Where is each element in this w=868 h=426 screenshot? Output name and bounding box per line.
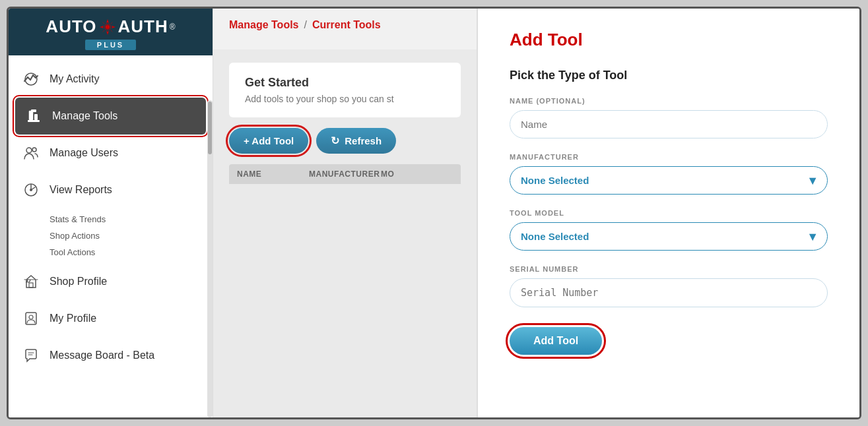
sidebar-item-my-activity-label: My Activity xyxy=(50,73,100,85)
get-started-box: Get Started Add tools to your shop so yo… xyxy=(229,63,461,117)
svg-point-7 xyxy=(26,148,32,153)
sidebar-item-message-board[interactable]: Message Board - Beta xyxy=(9,337,213,374)
logo-plus-badge: PLUS xyxy=(85,40,136,50)
manufacturer-field-group: MANUFACTURER None Selected ▼ xyxy=(510,153,828,195)
serial-field-group: SERIAL NUMBER xyxy=(510,265,828,307)
breadcrumb-manage-tools[interactable]: Manage Tools xyxy=(229,19,299,31)
tool-model-select[interactable]: None Selected xyxy=(510,222,828,251)
manufacturer-select[interactable]: None Selected xyxy=(510,166,828,195)
main-content-area: Manage Tools / Current Tools Get Started… xyxy=(213,9,477,417)
refresh-button[interactable]: ↻ Refresh xyxy=(316,128,396,154)
get-started-desc: Add tools to your shop so you can st xyxy=(245,94,445,104)
tools-actions: + Add Tool ↻ Refresh xyxy=(229,128,461,154)
manage-users-icon xyxy=(22,144,40,162)
add-tool-button[interactable]: + Add Tool xyxy=(229,128,308,154)
add-tool-submit-button[interactable]: Add Tool xyxy=(510,327,602,355)
name-field-group: NAME (OPTIONAL) xyxy=(510,97,828,138)
add-tool-panel-title: Add Tool xyxy=(510,30,828,50)
manage-tools-icon xyxy=(24,107,43,125)
col-header-name: NAME xyxy=(237,169,309,179)
subnav-tool-actions[interactable]: Tool Actions xyxy=(50,244,213,260)
sidebar-item-view-reports[interactable]: View Reports xyxy=(9,171,213,208)
sidebar-scrollbar[interactable] xyxy=(207,100,213,417)
logo-auth-text: AUTH xyxy=(118,16,168,37)
serial-input[interactable] xyxy=(510,278,828,307)
manufacturer-select-wrapper: None Selected ▼ xyxy=(510,166,828,195)
svg-rect-5 xyxy=(28,120,40,122)
subnav-stats-trends[interactable]: Stats & Trends xyxy=(50,211,213,228)
activity-icon xyxy=(22,70,40,88)
pick-type-label: Pick the Type of Tool xyxy=(510,69,828,82)
table-header: NAME MANUFACTURER MO xyxy=(229,164,461,184)
sidebar-item-view-reports-label: View Reports xyxy=(50,184,112,196)
breadcrumb-current-tools: Current Tools xyxy=(312,19,381,31)
main-body: Get Started Add tools to your shop so yo… xyxy=(213,49,477,417)
manufacturer-label: MANUFACTURER xyxy=(510,153,828,161)
sidebar-item-manage-users[interactable]: Manage Users xyxy=(9,135,213,171)
view-reports-icon xyxy=(22,181,40,199)
sidebar-item-my-activity[interactable]: My Activity xyxy=(9,61,213,98)
tool-model-label: TOOL MODEL xyxy=(510,209,828,217)
my-profile-icon xyxy=(22,309,40,328)
logo-auto-text: AUTO xyxy=(46,16,96,37)
refresh-label: Refresh xyxy=(345,135,382,146)
svg-point-8 xyxy=(32,148,36,152)
app-logo: AUTO AUTH ® PLUS xyxy=(9,9,213,55)
shop-profile-icon xyxy=(22,272,40,291)
sidebar-item-shop-profile-label: Shop Profile xyxy=(50,276,107,288)
gear-logo-icon xyxy=(98,18,117,36)
get-started-title: Get Started xyxy=(245,76,445,90)
col-header-model: MO xyxy=(381,169,453,179)
serial-label: SERIAL NUMBER xyxy=(510,265,828,273)
tool-model-field-group: TOOL MODEL None Selected ▼ xyxy=(510,209,828,251)
sidebar: AUTO AUTH ® PLUS xyxy=(9,9,213,417)
sidebar-item-manage-tools[interactable]: Manage Tools xyxy=(15,98,206,135)
sidebar-item-shop-profile[interactable]: Shop Profile xyxy=(9,263,213,300)
tool-model-select-wrapper: None Selected ▼ xyxy=(510,222,828,251)
message-board-icon xyxy=(22,346,40,365)
svg-point-1 xyxy=(105,24,110,30)
breadcrumb-separator: / xyxy=(304,19,307,31)
refresh-icon: ↻ xyxy=(331,135,339,147)
view-reports-subnav: Stats & Trends Shop Actions Tool Actions xyxy=(9,208,213,263)
svg-point-14 xyxy=(29,315,33,319)
sidebar-scrollbar-thumb xyxy=(208,102,212,154)
svg-rect-4 xyxy=(31,109,36,112)
add-tool-panel: Add Tool Pick the Type of Tool NAME (OPT… xyxy=(477,9,859,417)
sidebar-nav: My Activity Manage Tools xyxy=(9,55,213,379)
sidebar-item-my-profile[interactable]: My Profile xyxy=(9,300,213,337)
svg-point-10 xyxy=(30,189,32,191)
breadcrumb: Manage Tools / Current Tools xyxy=(229,19,461,31)
sidebar-item-manage-tools-label: Manage Tools xyxy=(52,110,117,122)
logo-reg-text: ® xyxy=(170,22,176,32)
name-label: NAME (OPTIONAL) xyxy=(510,97,828,105)
sidebar-item-message-board-label: Message Board - Beta xyxy=(50,350,154,361)
svg-rect-6 xyxy=(34,114,38,120)
col-header-manufacturer: MANUFACTURER xyxy=(309,169,381,179)
sidebar-item-manage-users-label: Manage Users xyxy=(50,147,118,159)
subnav-shop-actions[interactable]: Shop Actions xyxy=(50,228,213,244)
svg-rect-11 xyxy=(29,283,33,288)
sidebar-item-my-profile-label: My Profile xyxy=(50,313,96,324)
svg-rect-3 xyxy=(29,111,33,120)
name-input[interactable] xyxy=(510,110,828,138)
